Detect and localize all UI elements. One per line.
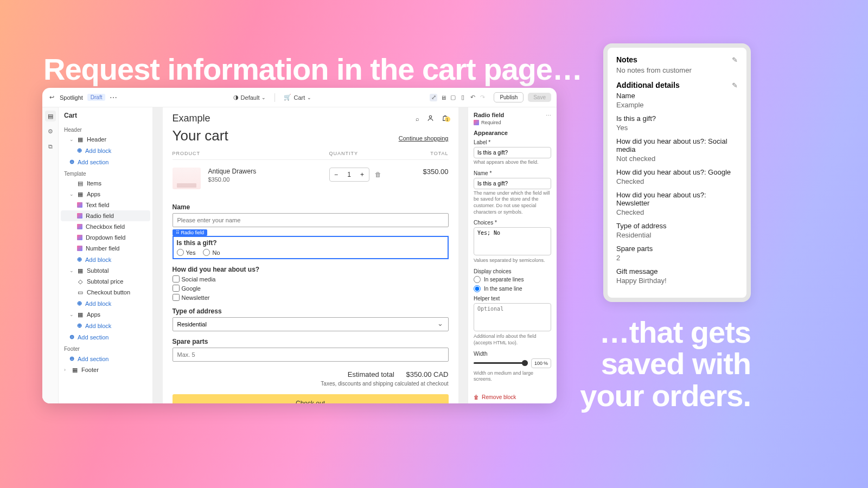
- qty-plus[interactable]: +: [356, 168, 369, 181]
- estimated-total-value: $350.00 CAD: [406, 370, 448, 378]
- account-icon[interactable]: [427, 114, 434, 123]
- qty-minus[interactable]: −: [330, 168, 343, 181]
- default-dropdown[interactable]: ◑ Default ⌄: [233, 93, 266, 102]
- headline-top: Request information in the cart page…: [43, 52, 582, 87]
- detail-item: Gift messageHappy Birthday!: [616, 267, 738, 285]
- choices-label: Choices *: [474, 220, 551, 226]
- add-section-footer[interactable]: ⊕Add section: [59, 353, 152, 364]
- dropdown-field-block[interactable]: Dropdown field: [59, 232, 152, 243]
- apps-icon[interactable]: ⧉: [45, 141, 56, 152]
- back-icon[interactable]: ↩: [48, 94, 55, 101]
- text-field-block[interactable]: Text field: [59, 200, 152, 210]
- edit-details-icon[interactable]: ✎: [732, 81, 738, 89]
- hear-social[interactable]: Social media: [173, 275, 449, 282]
- gift-yes[interactable]: Yes: [177, 249, 196, 256]
- display-choices-label: Display choices: [474, 268, 551, 274]
- continue-shopping-link[interactable]: Continue shopping: [399, 135, 449, 142]
- width-slider[interactable]: [474, 362, 528, 364]
- remove-block-button[interactable]: 🗑 Remove block: [474, 394, 516, 400]
- topbar: ↩ Spotlight Draft ⋯ ◑ Default ⌄ 🛒 Cart ⌄…: [42, 88, 557, 107]
- sections-icon[interactable]: ▤: [45, 111, 56, 121]
- editor-window: ↩ Spotlight Draft ⋯ ◑ Default ⌄ 🛒 Cart ⌄…: [42, 88, 557, 403]
- theme-name: Spotlight: [60, 94, 83, 101]
- header-section[interactable]: ⌄▦Header: [59, 134, 152, 145]
- apps-section[interactable]: ⌄▦Apps: [59, 189, 152, 200]
- detail-item: NameExample: [616, 92, 738, 109]
- number-field-block[interactable]: Number field: [59, 243, 152, 254]
- width-hint: Width on medium and large screens.: [474, 370, 551, 383]
- svg-point-0: [429, 115, 431, 118]
- cart-icon: 🛒: [284, 94, 291, 101]
- edit-notes-icon[interactable]: ✎: [732, 56, 738, 64]
- bag-count-badge: 1: [445, 117, 450, 122]
- required-label: Required: [481, 120, 501, 125]
- address-label: Type of address: [173, 307, 449, 315]
- apps-section-2[interactable]: ⌄▦Apps: [59, 309, 152, 320]
- quantity-stepper[interactable]: − 1 +: [329, 168, 369, 182]
- product-image: [173, 168, 201, 189]
- appearance-heading: Appearance: [474, 130, 551, 136]
- label-field-label: Label *: [474, 139, 551, 145]
- detail-item: Is this a gift?Yes: [616, 114, 738, 132]
- label-field[interactable]: [474, 147, 551, 158]
- subtotal-price-block[interactable]: ◇Subtotal price: [59, 276, 152, 287]
- address-select[interactable]: Residential: [173, 317, 449, 331]
- name-field-label: Name *: [474, 170, 551, 176]
- add-block-apps2[interactable]: ⊕Add block: [59, 320, 152, 331]
- tablet-icon[interactable]: ▢: [449, 94, 457, 101]
- col-quantity: QUANTITY: [329, 151, 405, 156]
- display-separate[interactable]: In separate lines: [474, 276, 551, 283]
- undo-icon[interactable]: ↶: [469, 94, 476, 101]
- width-label: Width: [474, 351, 551, 357]
- trash-icon: 🗑: [474, 394, 479, 400]
- width-value[interactable]: 100%: [531, 358, 551, 368]
- helper-field[interactable]: [474, 303, 551, 331]
- name-field-inspector[interactable]: [474, 178, 551, 189]
- redo-icon[interactable]: ↷: [478, 94, 486, 101]
- template-group-label: Template: [59, 168, 152, 178]
- radio-field-block[interactable]: Radio field: [61, 210, 150, 221]
- choices-hint: Values separated by semicolons.: [474, 258, 551, 264]
- draft-badge: Draft: [87, 94, 106, 101]
- detail-item: Spare parts2: [616, 245, 738, 262]
- desktop-icon[interactable]: 🖥: [439, 94, 447, 101]
- add-block-header[interactable]: ⊕Add block: [59, 145, 152, 156]
- inspector-toggle-icon[interactable]: ⤢: [430, 94, 437, 101]
- add-section-template[interactable]: ⊕Add section: [59, 331, 152, 343]
- more-icon[interactable]: ⋯: [110, 93, 118, 102]
- choices-field[interactable]: [474, 227, 551, 255]
- remove-item-icon[interactable]: 🗑: [375, 171, 381, 178]
- bag-icon[interactable]: 1: [442, 114, 449, 123]
- page-title: Your cart: [173, 127, 228, 144]
- inspector-panel: Radio field ⋯ Required Appearance Label …: [468, 107, 557, 403]
- inspector-more-icon[interactable]: ⋯: [546, 112, 551, 118]
- inspector-title: Radio field: [474, 112, 504, 118]
- grab-icon: ⠿: [176, 230, 180, 235]
- theme-settings-icon[interactable]: ⚙: [45, 126, 56, 137]
- store-logo: Example: [173, 113, 210, 124]
- search-icon[interactable]: ⌕: [416, 115, 419, 122]
- hear-google[interactable]: Google: [173, 285, 449, 292]
- notes-title: Notes: [616, 55, 637, 64]
- subtotal-section[interactable]: ⌄▦Subtotal: [59, 265, 152, 276]
- default-label: Default: [241, 94, 260, 101]
- display-same[interactable]: In the same line: [474, 285, 551, 292]
- hear-newsletter[interactable]: Newsletter: [173, 294, 449, 301]
- name-field[interactable]: [173, 213, 449, 227]
- preview-canvas: Example ⌕ 1 Your cart Continue s: [153, 107, 468, 403]
- footer-section[interactable]: ›▦Footer: [59, 364, 152, 375]
- add-block-subtotal[interactable]: ⊕Add block: [59, 298, 152, 309]
- page-dropdown[interactable]: 🛒 Cart ⌄: [284, 93, 311, 102]
- checkout-button[interactable]: Check out: [173, 394, 449, 403]
- gift-no[interactable]: No: [203, 249, 220, 256]
- publish-button[interactable]: Publish: [494, 92, 524, 102]
- add-section-header[interactable]: ⊕Add section: [59, 156, 152, 168]
- add-block-apps[interactable]: ⊕Add block: [59, 254, 152, 265]
- left-rail: ▤ ⚙ ⧉: [42, 107, 59, 403]
- spare-field[interactable]: [173, 348, 449, 362]
- checkout-button-block[interactable]: ▭Checkout button: [59, 287, 152, 298]
- mobile-icon[interactable]: ▯: [459, 94, 467, 101]
- items-section[interactable]: ⌄▤Items: [59, 178, 152, 189]
- radio-field-preview[interactable]: Is this a gift? Yes No: [173, 236, 449, 259]
- checkbox-field-block[interactable]: Checkbox field: [59, 221, 152, 232]
